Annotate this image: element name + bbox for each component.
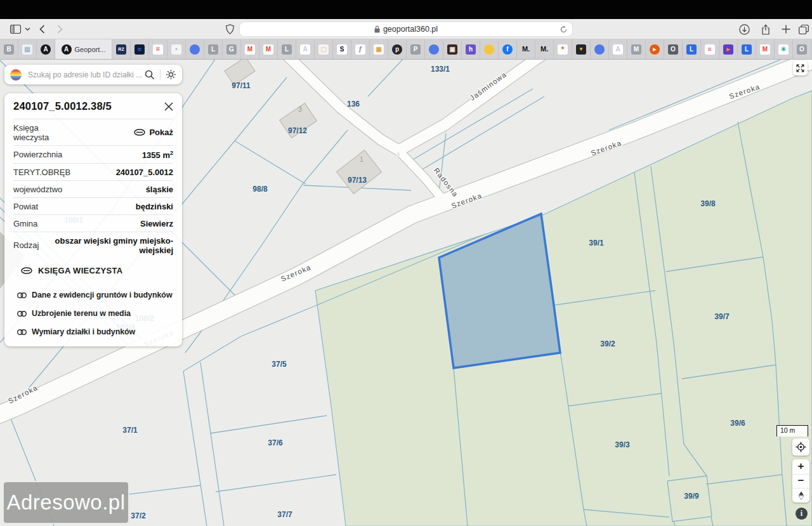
pinned-tab[interactable]: B [0, 39, 18, 59]
search-input[interactable]: Szukaj po adresie lub ID działki ... [28, 70, 145, 79]
favicon: ▼ [576, 44, 586, 55]
info-row-teryt-obr-b: TERYT.OBRĘB240107_5.0012 [13, 163, 173, 180]
parcel-number-label: 39/8 [700, 199, 716, 208]
downloads-icon[interactable] [737, 19, 751, 39]
back-button[interactable] [37, 19, 47, 39]
fullscreen-button[interactable] [793, 61, 808, 76]
pinned-tab[interactable]: f [499, 39, 517, 59]
pinned-tab[interactable] [591, 39, 609, 59]
pinned-tab[interactable]: S [333, 39, 351, 59]
pinned-tab[interactable]: M [756, 39, 775, 59]
pinned-tab[interactable]: M [259, 39, 278, 59]
pinned-tab[interactable]: = [149, 39, 167, 59]
row-label: Księga wieczysta [13, 123, 58, 142]
url-text: geoportal360.pl [383, 25, 438, 34]
pinned-tab[interactable]: ▶ [646, 39, 664, 59]
favicon: * [558, 44, 568, 55]
pinned-tab[interactable]: h [462, 39, 480, 59]
favicon: ≡ [705, 44, 715, 55]
pinned-tab[interactable]: ▣ [443, 39, 462, 59]
close-icon[interactable] [164, 102, 173, 111]
parcel-number-label: 39/2 [600, 339, 615, 348]
pinned-tab[interactable]: • [167, 39, 186, 59]
pinned-tab[interactable]: L [204, 39, 223, 59]
ksiega-wieczysta-link[interactable]: KSIĘGA WIECZYSTA [21, 266, 173, 275]
pinned-tab[interactable]: ✳ [775, 39, 793, 59]
pinned-tab[interactable]: M. [535, 39, 554, 59]
pinned-tab[interactable]: ▣ [370, 39, 388, 59]
reload-icon[interactable] [560, 25, 568, 36]
tab-overview-icon[interactable] [797, 19, 811, 39]
pinned-tab[interactable] [480, 39, 499, 59]
favicon: ▶ [723, 44, 733, 55]
favicon: • [171, 44, 181, 55]
info-row-powiat: Powiatbędziński [13, 197, 173, 214]
new-tab-icon[interactable] [779, 19, 793, 39]
address-bar[interactable]: geoportal360.pl [240, 22, 572, 36]
favicon: A [613, 44, 623, 55]
divider [160, 69, 160, 81]
panel-link[interactable]: Uzbrojenie terenu w media [17, 309, 173, 318]
parcel-number-label: 39/3 [615, 440, 630, 449]
pinned-tab[interactable]: ≈ [131, 39, 149, 59]
favicon: ≈ [134, 44, 145, 55]
pinned-tab[interactable]: A [37, 39, 55, 59]
pinned-tab[interactable] [425, 39, 443, 59]
row-value[interactable]: Pokaż [134, 128, 173, 137]
compass-button[interactable] [792, 488, 809, 503]
pinned-tab[interactable]: A [296, 39, 315, 59]
favicon: ▤ [22, 44, 32, 55]
pinned-tab[interactable]: RZ [112, 39, 131, 59]
locate-button[interactable] [792, 438, 809, 456]
pinned-tab[interactable]: p [388, 39, 407, 59]
row-label: Rodzaj [13, 240, 39, 250]
pinned-tab[interactable] [186, 39, 204, 59]
pinned-tab[interactable]: M. [517, 39, 535, 59]
favicon: ▶ [650, 44, 660, 55]
search-icon[interactable] [145, 70, 155, 80]
row-value: obszar wiejski gminy miejsko-wiejskiej [49, 236, 173, 255]
pinned-tab[interactable]: G [223, 39, 241, 59]
row-value: 1355 m2 [142, 150, 173, 160]
zoom-out-button[interactable]: − [792, 474, 809, 489]
pinned-tab[interactable]: M [627, 39, 646, 59]
favicon: S [337, 44, 347, 55]
row-value: 240107_5.0012 [116, 168, 173, 177]
chevron-down-icon[interactable] [23, 19, 31, 39]
pinned-tab[interactable]: P [407, 39, 425, 59]
privacy-shield-icon[interactable] [223, 19, 236, 39]
active-tab[interactable]: A Geoport... [55, 39, 112, 59]
panel-link[interactable]: Wymiary działki i budynków [17, 327, 173, 336]
pinned-tab[interactable]: ≡ [701, 39, 719, 59]
pinned-tab[interactable]: ▤ [18, 39, 37, 59]
pinned-tab[interactable]: M [241, 39, 259, 59]
pinned-tab[interactable]: ƒ [351, 39, 370, 59]
map-info-button[interactable]: i [796, 508, 808, 520]
pinned-tab[interactable]: L [278, 39, 296, 59]
sidebar-icon[interactable] [9, 19, 22, 39]
favicon: M [263, 44, 273, 55]
zoom-in-button[interactable]: + [792, 459, 809, 474]
row-label: Powiat [13, 202, 38, 211]
panel-link[interactable]: Dane z ewidencji gruntów i budynków [17, 291, 173, 299]
pinned-tab[interactable]: O [793, 39, 811, 59]
favicon: ✳ [778, 44, 789, 55]
pinned-tab[interactable]: O [664, 39, 683, 59]
settings-gear-icon[interactable] [166, 69, 176, 80]
favicon: M. [521, 44, 531, 55]
pinned-tab[interactable]: ▼ [572, 39, 591, 59]
pinned-tab[interactable]: ▶ [719, 39, 738, 59]
pinned-tab[interactable]: ▢ [315, 39, 333, 59]
forward-button[interactable] [55, 19, 65, 39]
favicon: L [686, 44, 697, 55]
pinned-tab[interactable]: * [554, 39, 572, 59]
favicon: G [226, 44, 237, 55]
pinned-tab[interactable]: L [738, 39, 756, 59]
pinned-tab[interactable]: L [683, 39, 701, 59]
info-row-powierzchnia: Powierzchnia1355 m2 [13, 145, 173, 163]
share-icon[interactable] [759, 19, 773, 39]
link-icon [17, 311, 27, 317]
parcel-number-label: 39/6 [730, 419, 745, 428]
row-value: będziński [136, 202, 173, 211]
pinned-tab[interactable]: A [609, 39, 627, 59]
